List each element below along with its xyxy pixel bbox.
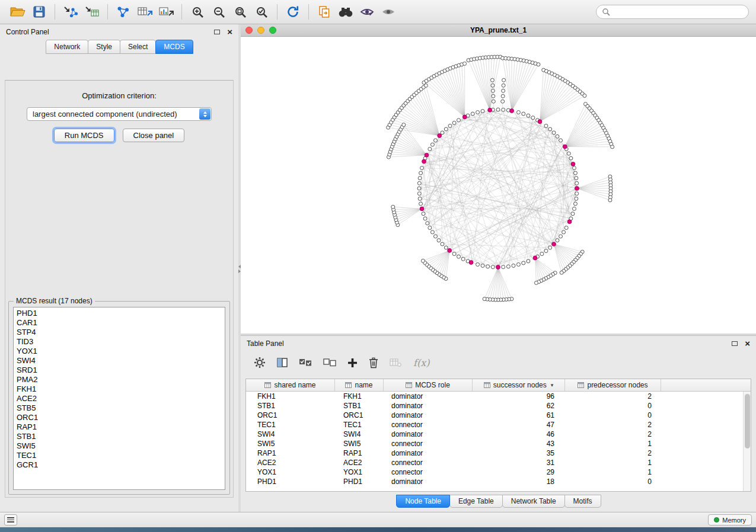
combo-stepper-icon xyxy=(199,108,210,120)
table-row[interactable]: TEC1TEC1connector472 xyxy=(246,420,751,430)
mcds-result-item[interactable]: CAR1 xyxy=(14,318,225,328)
table-row[interactable]: ACE2ACE2connector311 xyxy=(246,458,751,467)
close-table-panel-icon[interactable]: × xyxy=(745,341,750,347)
tab-edge-table[interactable]: Edge Table xyxy=(449,495,503,508)
mcds-result-item[interactable]: PHD1 xyxy=(14,309,225,318)
window-close-icon[interactable] xyxy=(245,27,253,34)
column-header-shared-name[interactable]: shared name xyxy=(246,379,335,391)
tab-style[interactable]: Style xyxy=(88,40,120,54)
float-table-panel-icon[interactable] xyxy=(732,341,738,346)
save-session-button[interactable] xyxy=(28,2,50,21)
columns-icon xyxy=(277,358,288,367)
refresh-button[interactable] xyxy=(282,2,304,21)
table-cell: 1 xyxy=(565,439,661,448)
table-cell: 0 xyxy=(565,401,661,411)
tab-motifs[interactable]: Motifs xyxy=(564,495,601,508)
memory-button[interactable]: Memory xyxy=(708,514,752,525)
table-cell: dominator xyxy=(384,411,473,420)
table-settings-button[interactable] xyxy=(254,357,266,368)
table-row[interactable]: SWI5SWI5connector431 xyxy=(246,439,751,448)
table-cell: 47 xyxy=(473,420,565,430)
mcds-result-item[interactable]: STB1 xyxy=(14,432,225,441)
network-icon xyxy=(116,5,130,18)
style-visibility-button[interactable] xyxy=(356,2,378,21)
run-mcds-button[interactable]: Run MCDS xyxy=(54,129,114,142)
column-header-predecessor-nodes[interactable]: predecessor nodes xyxy=(565,379,661,391)
network-graph[interactable] xyxy=(241,37,756,334)
new-network-button[interactable] xyxy=(113,2,134,21)
mcds-result-item[interactable]: STP4 xyxy=(14,328,225,337)
table-row[interactable]: SWI4SWI4dominator462 xyxy=(246,430,751,439)
clone-network-button[interactable] xyxy=(314,2,335,21)
mcds-result-item[interactable]: TID3 xyxy=(14,337,225,347)
network-canvas[interactable] xyxy=(241,37,756,334)
memory-status-icon xyxy=(714,517,719,523)
tab-network-table[interactable]: Network Table xyxy=(502,495,565,508)
mcds-result-list[interactable]: PHD1CAR1STP4TID3YOX1SWI4SRD1PMA2FKH1ACE2… xyxy=(13,307,225,490)
search-input[interactable] xyxy=(614,8,743,16)
table-row[interactable]: PHD1PHD1dominator180 xyxy=(246,477,751,486)
chart-export-icon xyxy=(158,5,174,18)
table-header-row: shared name name MCDS role successor nod… xyxy=(246,379,751,392)
scrollbar-thumb[interactable] xyxy=(745,394,750,448)
optimization-criterion-select[interactable]: largest connected component (undirected) xyxy=(27,107,212,121)
mcds-result-item[interactable]: TEC1 xyxy=(14,451,225,460)
table-row[interactable]: STB1STB1dominator620 xyxy=(246,401,751,411)
delete-column-button[interactable] xyxy=(369,357,378,368)
window-minimize-icon[interactable] xyxy=(257,27,264,34)
tab-select[interactable]: Select xyxy=(120,40,156,54)
mcds-result-item[interactable]: FKH1 xyxy=(14,384,225,394)
table-row[interactable]: ORC1ORC1dominator610 xyxy=(246,411,751,420)
show-panels-button[interactable] xyxy=(4,514,17,525)
mcds-result-item[interactable]: STB5 xyxy=(14,403,225,413)
control-panel: Control Panel × Network Style Select MCD… xyxy=(0,24,238,512)
close-panel-icon[interactable]: × xyxy=(227,29,232,35)
function-builder-button: f(x) xyxy=(413,357,429,368)
mcds-result-item[interactable]: GCR1 xyxy=(14,460,225,470)
window-maximize-icon[interactable] xyxy=(269,27,276,34)
control-panel-title: Control Panel xyxy=(6,28,49,36)
zoom-fit-button[interactable] xyxy=(229,2,251,21)
table-scrollbar[interactable] xyxy=(743,392,751,491)
tab-node-table[interactable]: Node Table xyxy=(396,495,450,508)
table-row[interactable]: FKH1FKH1dominator962 xyxy=(246,392,751,401)
open-file-button[interactable] xyxy=(7,2,28,21)
column-header-successor-nodes[interactable]: successor nodes ▾ xyxy=(473,379,565,391)
create-column-button[interactable] xyxy=(347,358,358,368)
table-row[interactable]: RAP1RAP1dominator352 xyxy=(246,448,751,458)
import-network-button[interactable] xyxy=(60,2,81,21)
import-table-button[interactable] xyxy=(81,2,103,21)
zoom-out-button[interactable] xyxy=(208,2,229,21)
mcds-result-item[interactable]: PMA2 xyxy=(14,375,225,384)
zoom-in-button[interactable] xyxy=(187,2,208,21)
table-cell: dominator xyxy=(384,477,473,486)
network-from-table-button[interactable] xyxy=(134,2,155,21)
show-hide-button[interactable] xyxy=(378,2,399,21)
float-panel-icon[interactable] xyxy=(214,30,220,34)
mcds-result-item[interactable]: ACE2 xyxy=(14,394,225,403)
find-button[interactable] xyxy=(335,2,356,21)
search-field[interactable] xyxy=(596,5,749,19)
hide-all-columns-button[interactable] xyxy=(323,358,336,367)
column-header-name[interactable]: name xyxy=(335,379,384,391)
mcds-result-item[interactable]: SWI4 xyxy=(14,356,225,366)
select-columns-button[interactable] xyxy=(277,358,288,367)
app: { "glyphs": { "close": "×", "sort_desc":… xyxy=(0,0,756,532)
close-panel-button[interactable]: Close panel xyxy=(123,129,185,142)
mcds-result-item[interactable]: SRD1 xyxy=(14,366,225,375)
table-row[interactable]: YOX1YOX1connector291 xyxy=(246,467,751,477)
mcds-result-item[interactable]: SWI5 xyxy=(14,441,225,451)
zoom-selected-button[interactable] xyxy=(251,2,272,21)
column-type-icon xyxy=(264,382,271,388)
tab-mcds[interactable]: MCDS xyxy=(155,40,193,54)
zoom-out-icon xyxy=(213,6,225,18)
mcds-result-item[interactable]: RAP1 xyxy=(14,422,225,432)
show-all-columns-button[interactable] xyxy=(299,358,312,367)
tab-network[interactable]: Network xyxy=(46,40,88,54)
table-panel-tabs: Node Table Edge Table Network Table Moti… xyxy=(241,495,756,508)
column-header-mcds-role[interactable]: MCDS role xyxy=(384,379,473,391)
mcds-result-item[interactable]: ORC1 xyxy=(14,413,225,422)
table-cell: 35 xyxy=(473,448,565,458)
export-image-button[interactable] xyxy=(155,2,177,21)
mcds-result-item[interactable]: YOX1 xyxy=(14,347,225,356)
